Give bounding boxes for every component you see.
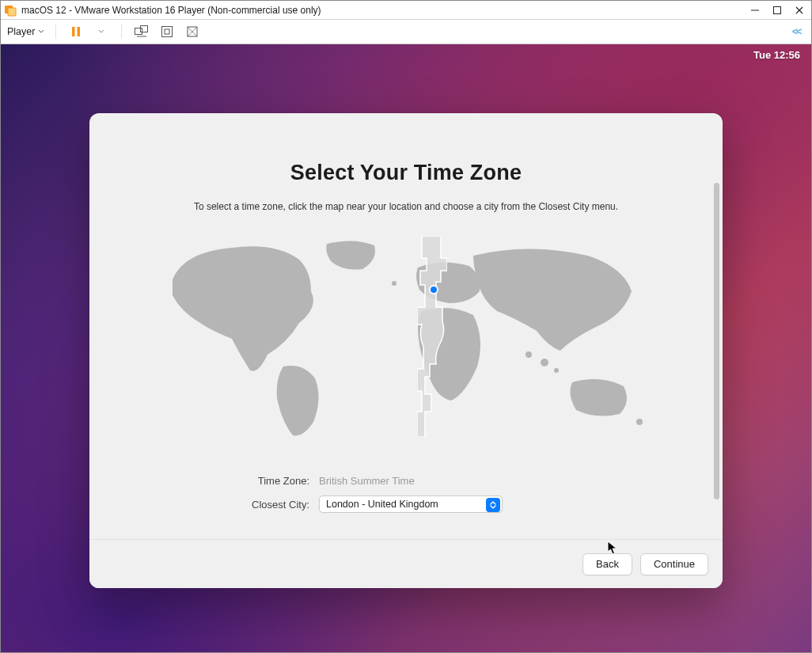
fast-forward-icon[interactable]: <<: [787, 23, 805, 40]
continue-button[interactable]: Continue: [640, 553, 708, 575]
closest-city-label: Closest City:: [192, 499, 319, 511]
svg-rect-10: [188, 27, 197, 36]
svg-point-14: [636, 419, 643, 425]
closest-city-select[interactable]: London - United Kingdom: [319, 495, 503, 513]
close-button[interactable]: [794, 5, 805, 16]
svg-rect-9: [165, 29, 169, 34]
dialog-title: Select Your Time Zone: [129, 161, 683, 185]
svg-rect-7: [141, 26, 148, 32]
dialog-subtitle: To select a time zone, click the map nea…: [129, 201, 683, 212]
svg-rect-5: [78, 27, 81, 36]
back-button[interactable]: Back: [582, 553, 632, 575]
svg-rect-2: [751, 9, 759, 10]
pause-button[interactable]: [67, 23, 85, 40]
svg-rect-4: [72, 27, 75, 36]
player-menu[interactable]: Player: [7, 26, 44, 37]
timezone-label: Time Zone:: [192, 475, 319, 487]
minimize-button[interactable]: [749, 5, 761, 16]
svg-rect-6: [135, 28, 142, 35]
svg-rect-3: [774, 6, 781, 13]
power-dropdown[interactable]: [93, 23, 110, 40]
svg-point-11: [526, 351, 532, 358]
timezone-map[interactable]: [157, 236, 655, 442]
host-titlebar[interactable]: macOS 12 - VMware Workstation 16 Player …: [1, 1, 811, 20]
fullscreen-button[interactable]: [158, 23, 176, 40]
panel-scrollbar[interactable]: [714, 183, 719, 499]
maximize-button[interactable]: [772, 5, 783, 16]
timezone-highlight-band: [417, 236, 447, 437]
host-window: macOS 12 - VMware Workstation 16 Player …: [0, 0, 812, 653]
timezone-form: Time Zone: British Summer Time Closest C…: [192, 469, 620, 516]
select-chevrons-icon: [486, 498, 500, 512]
toolbar-separator: [55, 25, 56, 39]
host-toolbar: Player <<: [1, 20, 811, 44]
location-pin: [431, 287, 437, 293]
unity-button[interactable]: [184, 23, 201, 40]
world-map-graphic: [157, 236, 655, 442]
player-menu-label: Player: [7, 26, 35, 37]
svg-point-15: [392, 281, 397, 286]
chevron-down-icon: [38, 28, 44, 35]
send-ctrl-alt-del-button[interactable]: [133, 23, 150, 40]
dialog-footer: Back Continue: [89, 539, 723, 588]
toolbar-separator: [121, 25, 122, 39]
guest-desktop[interactable]: Tue 12:56 Select Your Time Zone To selec…: [1, 44, 811, 652]
vmware-icon: [4, 4, 17, 17]
svg-rect-8: [162, 27, 173, 37]
setup-dialog: Select Your Time Zone To select a time z…: [89, 113, 723, 588]
timezone-value: British Summer Time: [319, 475, 415, 487]
menubar-clock: Tue 12:56: [753, 49, 800, 61]
closest-city-value: London - United Kingdom: [326, 499, 438, 510]
svg-rect-1: [8, 8, 16, 16]
host-window-title: macOS 12 - VMware Workstation 16 Player …: [21, 5, 749, 16]
svg-point-12: [541, 359, 548, 366]
svg-point-13: [554, 368, 559, 373]
